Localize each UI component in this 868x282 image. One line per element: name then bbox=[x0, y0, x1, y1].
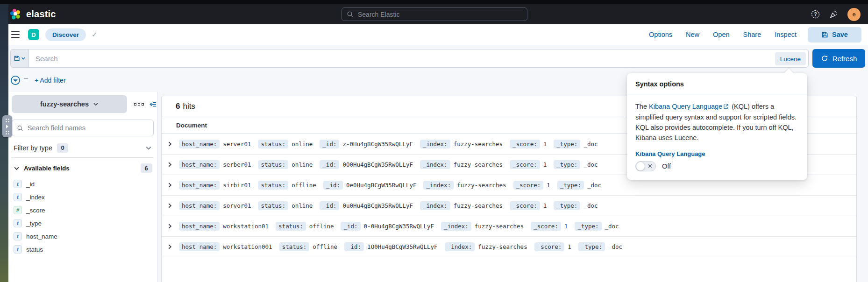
field-value: fuzzy-searches bbox=[454, 202, 503, 209]
field-value-pair: status: offline bbox=[276, 222, 334, 231]
field-value-pair: _index: fuzzy-searches bbox=[420, 160, 503, 169]
saved-queries-button[interactable] bbox=[10, 49, 28, 68]
desktop-edge bbox=[0, 4, 8, 282]
field-value: sirbir01 bbox=[223, 182, 251, 189]
field-key-badge: _score: bbox=[534, 242, 565, 251]
field-list-item[interactable]: t _id bbox=[8, 177, 157, 190]
field-value: 1 bbox=[543, 202, 547, 209]
field-list-item[interactable]: t host_name bbox=[8, 230, 157, 243]
expand-row-icon[interactable] bbox=[167, 141, 173, 147]
kql-toggle-state: Off bbox=[662, 162, 671, 170]
field-value: _doc bbox=[587, 182, 601, 189]
query-input[interactable] bbox=[29, 55, 808, 63]
field-value: fuzzy-searches bbox=[475, 223, 524, 230]
field-key-badge: status: bbox=[279, 242, 310, 251]
field-key-badge: _score: bbox=[531, 222, 561, 231]
switch-thumb bbox=[636, 162, 645, 171]
table-row: host_name: workstation001 status: offlin… bbox=[162, 237, 856, 257]
expand-row-icon[interactable] bbox=[167, 182, 173, 188]
brand-name: elastic bbox=[26, 9, 56, 20]
query-language-button[interactable]: Lucene bbox=[775, 52, 806, 65]
index-pattern-select[interactable]: fuzzy-searches bbox=[12, 95, 127, 113]
field-value-pair: _index: fuzzy-searches bbox=[445, 242, 527, 251]
field-value-pair: _score: 1 bbox=[531, 222, 568, 231]
menu-icon[interactable] bbox=[11, 31, 20, 38]
elastic-logo-icon bbox=[9, 8, 22, 21]
user-avatar[interactable]: e bbox=[847, 8, 861, 21]
field-key-badge: host_name: bbox=[179, 140, 220, 148]
field-value-pair: host_name: server01 bbox=[179, 140, 251, 148]
field-key-badge: status: bbox=[258, 201, 288, 210]
expand-row-icon[interactable] bbox=[167, 223, 173, 229]
field-name: _type bbox=[26, 220, 42, 227]
field-key-badge: host_name: bbox=[179, 222, 220, 231]
field-value-pair: status: online bbox=[258, 201, 313, 210]
index-options-icon[interactable] bbox=[134, 103, 144, 106]
news-party-icon[interactable] bbox=[829, 10, 838, 19]
field-search-input[interactable] bbox=[28, 124, 149, 132]
field-value: fuzzy-searches bbox=[457, 182, 506, 189]
expand-right-icon bbox=[6, 125, 8, 128]
field-key-badge: _index: bbox=[420, 201, 450, 210]
expand-row-icon[interactable] bbox=[167, 162, 173, 168]
kql-docs-link[interactable]: Kibana Query Language bbox=[649, 103, 722, 110]
app-navbar: D Discover ✓ OptionsNewOpenShareInspect … bbox=[0, 24, 868, 45]
field-value: _doc bbox=[608, 243, 622, 250]
field-value-pair: _type: _doc bbox=[575, 222, 619, 231]
global-search[interactable] bbox=[342, 7, 527, 21]
filter-by-type[interactable]: Filter by type 0 bbox=[12, 138, 154, 158]
field-value-pair: _id: 0e0Hu4gBCgW35RwQLLyF bbox=[323, 181, 417, 190]
global-search-input[interactable] bbox=[358, 11, 522, 18]
field-value-pair: _index: fuzzy-searches bbox=[420, 140, 503, 148]
chevron-down-icon bbox=[93, 101, 99, 107]
field-list-item[interactable]: t status bbox=[8, 243, 157, 256]
field-key-badge: _type: bbox=[554, 140, 580, 148]
field-key-badge: _index: bbox=[423, 181, 454, 190]
field-list-item[interactable]: t _type bbox=[8, 217, 157, 230]
navbar-link[interactable]: Open bbox=[713, 31, 729, 38]
field-key-badge: status: bbox=[258, 160, 288, 169]
field-key-badge: status: bbox=[258, 181, 288, 190]
field-list-item[interactable]: t _index bbox=[8, 190, 157, 204]
fields-sidebar: fuzzy-searches Filter by type 0 bbox=[8, 92, 157, 282]
navbar-link[interactable]: Inspect bbox=[775, 31, 797, 38]
field-key-badge: _type: bbox=[575, 222, 601, 231]
field-type-icon: t bbox=[14, 180, 22, 188]
add-filter-link[interactable]: + Add filter bbox=[35, 77, 66, 84]
field-value: fuzzy-searches bbox=[454, 161, 503, 168]
breadcrumb[interactable]: Discover bbox=[45, 28, 86, 41]
field-search[interactable] bbox=[12, 120, 154, 136]
kql-toggle-row: Off bbox=[627, 157, 807, 180]
navbar-link[interactable]: Share bbox=[743, 31, 761, 38]
field-value-pair: status: online bbox=[258, 140, 313, 148]
chevron-down-icon bbox=[21, 56, 26, 61]
expand-row-icon[interactable] bbox=[167, 244, 173, 250]
field-value: online bbox=[292, 161, 313, 168]
field-name: status bbox=[26, 246, 43, 253]
navbar-link[interactable]: Options bbox=[649, 31, 672, 38]
field-value: 0e0Hu4gBCgW35RwQLLyF bbox=[346, 182, 417, 189]
field-list-item[interactable]: # _score bbox=[8, 204, 157, 217]
field-value-pair: _type: _doc bbox=[554, 140, 598, 148]
kql-toggle-label: Kibana Query Language bbox=[627, 143, 807, 157]
kql-toggle-switch[interactable] bbox=[635, 161, 656, 171]
refresh-icon bbox=[821, 55, 828, 62]
refresh-button[interactable]: Refresh bbox=[812, 49, 865, 68]
field-key-badge: _id: bbox=[341, 222, 360, 231]
field-value: 1 bbox=[543, 161, 547, 168]
filter-icon[interactable] bbox=[10, 75, 21, 85]
field-value: server01 bbox=[223, 141, 251, 148]
panel-resize-handle[interactable] bbox=[2, 115, 12, 137]
collapse-sidebar-icon[interactable] bbox=[149, 100, 157, 108]
field-value-pair: _id: 0u0Hu4gBCgW35RwQLLyF bbox=[320, 201, 413, 210]
help-icon[interactable]: ? bbox=[811, 10, 820, 19]
field-key-badge: _type: bbox=[554, 201, 580, 210]
save-button[interactable]: Save bbox=[808, 27, 861, 42]
navbar-actions: OptionsNewOpenShareInspect bbox=[649, 31, 797, 38]
field-value: _doc bbox=[583, 202, 598, 209]
available-fields-header[interactable]: Available fields 6 bbox=[14, 163, 152, 173]
grip-dots-icon bbox=[6, 131, 9, 134]
navbar-link[interactable]: New bbox=[686, 31, 699, 38]
field-key-badge: _id: bbox=[320, 160, 339, 169]
expand-row-icon[interactable] bbox=[167, 203, 173, 209]
